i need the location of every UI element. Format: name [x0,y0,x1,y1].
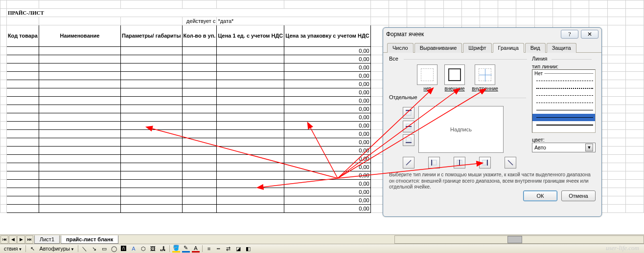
close-button[interactable]: ✕ [581,30,598,39]
dialog-titlebar[interactable]: Формат ячеек ? ✕ [383,28,601,41]
font-color-icon[interactable]: A [192,245,200,253]
dialog-tabs: Число Выравнивание Шрифт Граница Вид Защ… [383,42,601,53]
tab-number[interactable]: Число [387,43,414,53]
3d-icon[interactable]: ◧ [244,245,252,253]
svg-line-6 [406,160,411,165]
color-select[interactable]: Авто ▼ [532,143,596,152]
watermark: user-life.com [606,244,639,252]
format-cells-dialog: Формат ячеек ? ✕ Число Выравнивание Шриф… [383,27,602,217]
preset-inner[interactable]: внутренние [472,64,498,91]
tab-protect[interactable]: Защита [547,43,576,53]
drawing-toolbar: ствия▼ ↖ Автофигуры▼ ＼ ↘ ▭ ◯ 🅰 А ⬡ 🖼 🏞 🪣… [0,244,644,253]
border-diag-up-button[interactable] [403,157,414,169]
autoshapes-menu[interactable]: Автофигуры▼ [37,246,76,252]
border-bottom-button[interactable] [403,134,414,146]
arrow-icon[interactable]: ↘ [91,245,98,253]
diagram-icon[interactable]: ⬡ [139,245,147,253]
oval-icon[interactable]: ◯ [110,245,118,253]
preset-outer[interactable]: внешние [444,64,465,91]
svg-rect-11 [483,160,486,165]
border-left-button[interactable] [428,157,440,169]
arrow-style-icon[interactable]: ⇄ [225,245,232,253]
line-weight-icon[interactable]: ≡ [205,245,213,253]
line-style-list[interactable]: Нет [532,69,596,133]
border-hmid-button[interactable] [403,121,414,132]
tab-nav-first[interactable]: ⏮ [0,235,8,244]
tab-nav-last[interactable]: ⏭ [25,235,33,244]
ok-button[interactable]: ОК [523,190,557,201]
border-right-button[interactable] [479,157,491,169]
help-button[interactable]: ? [561,30,578,39]
preset-none[interactable]: нет [417,64,437,91]
line-color-icon[interactable]: ✎ [182,245,190,253]
sheet-tab-blank[interactable]: прайс-лист бланк [61,235,118,244]
line-style-label: тип линии: [532,63,596,69]
border-vmid-button[interactable] [454,157,465,169]
group-line-label: Линия [532,56,596,62]
svg-rect-1 [406,111,411,115]
tab-fill[interactable]: Вид [525,43,546,53]
tab-nav-prev[interactable]: ◀ [9,235,17,244]
border-top-button[interactable] [403,107,414,119]
fill-color-icon[interactable]: 🪣 [172,245,180,253]
picture-icon[interactable]: 🏞 [159,245,167,253]
horizontal-scrollbar[interactable] [394,235,644,244]
select-icon[interactable]: ↖ [28,245,36,253]
svg-rect-8 [433,160,437,165]
dash-style-icon[interactable]: ┅ [215,245,223,253]
dropdown-icon: ▼ [585,144,593,151]
hint-text: Выберите тип линии и с помощью мыши укаж… [389,172,596,190]
svg-rect-4 [406,138,411,142]
sheet-tab-1[interactable]: Лист1 [34,235,60,244]
cancel-button[interactable]: Отмена [561,190,596,201]
tab-align[interactable]: Выравнивание [414,43,462,53]
shadow-icon[interactable]: ◪ [234,245,242,253]
actions-menu[interactable]: ствия▼ [2,246,24,252]
tab-nav-next[interactable]: ▶ [17,235,25,244]
wordart-icon[interactable]: А [130,245,138,253]
color-label: цвет: [532,137,596,143]
line-icon[interactable]: ＼ [81,245,89,253]
rectangle-icon[interactable]: ▭ [100,245,108,253]
clipart-icon[interactable]: 🖼 [149,245,157,253]
tab-font[interactable]: Шрифт [463,43,491,53]
border-preview[interactable]: Надпись [418,106,504,153]
tab-border[interactable]: Граница [493,43,524,53]
textbox-icon[interactable]: 🅰 [120,245,128,253]
svg-line-13 [508,160,513,165]
dialog-title: Формат ячеек [386,31,558,38]
border-diag-down-button[interactable] [505,157,516,169]
